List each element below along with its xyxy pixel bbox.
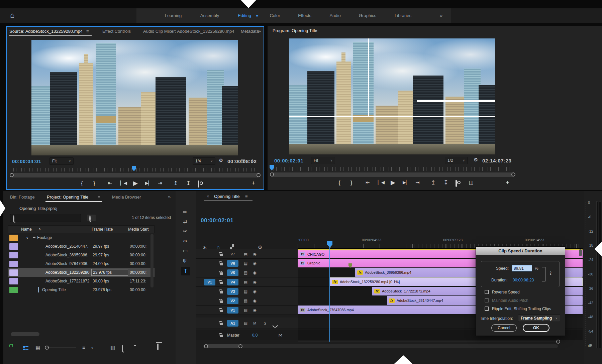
mark-out-icon[interactable]: } xyxy=(350,180,353,186)
project-panel-menu-icon[interactable]: ≡ xyxy=(98,195,100,200)
master-level-value[interactable]: 0.0 xyxy=(252,333,258,338)
hand-tool[interactable]: ψ xyxy=(183,258,187,263)
pan-icon[interactable]: ⋈ xyxy=(278,333,282,338)
insert-icon[interactable]: ↥ xyxy=(173,180,178,186)
zoom-slider-knob[interactable] xyxy=(45,346,49,350)
sort-caret-icon[interactable]: ∧ xyxy=(38,227,41,231)
track-output-icon[interactable]: ▤ xyxy=(244,280,247,284)
track-select-forward-tool[interactable]: ⇨ xyxy=(183,209,187,214)
ok-button[interactable]: OK xyxy=(523,324,549,332)
lock-icon[interactable] xyxy=(220,310,223,312)
source-resolution-select[interactable]: 1/4∨ xyxy=(193,157,215,165)
label-chip[interactable] xyxy=(9,243,18,250)
snap-magnet-icon[interactable]: ∩ xyxy=(216,245,220,250)
search-in-button[interactable] xyxy=(87,215,96,221)
source-zoom-select[interactable]: Fit∨ xyxy=(49,157,74,165)
lock-icon[interactable] xyxy=(220,300,223,303)
workspace-tab-learning[interactable]: Learning xyxy=(165,13,182,18)
track-output-icon[interactable]: ▤ xyxy=(244,298,247,303)
track-label-v1[interactable]: V1 xyxy=(227,307,238,314)
step-forward-icon[interactable]: ▶▏ xyxy=(145,181,152,185)
label-chip[interactable] xyxy=(9,252,18,258)
timeline-panel-menu-icon[interactable]: ≡ xyxy=(245,194,248,199)
automate-to-sequence-icon[interactable]: ▥ xyxy=(110,345,115,350)
mute-button[interactable]: M xyxy=(253,321,256,325)
track-label-v4[interactable]: V4 xyxy=(227,279,238,285)
tab-source-monitor[interactable]: Source: AdobeStock_132259280.mp4 xyxy=(9,29,83,34)
program-scrollbar-knob-left[interactable] xyxy=(270,172,274,176)
home-icon[interactable]: ⌂ xyxy=(10,11,14,20)
ripple-edit-tool[interactable]: ⇄ xyxy=(183,219,187,224)
button-editor-plus-icon[interactable]: + xyxy=(252,180,255,186)
program-resolution-select[interactable]: 1/2∨ xyxy=(445,157,468,164)
panel-arrow-top[interactable] xyxy=(241,0,256,8)
column-media-start[interactable]: Media Start xyxy=(128,227,148,232)
mark-out-icon[interactable]: } xyxy=(93,180,95,186)
search-input[interactable] xyxy=(10,214,81,222)
program-scrollbar-knob-right[interactable] xyxy=(511,172,515,176)
fx-badge[interactable]: fx xyxy=(332,280,338,284)
mark-in-icon[interactable]: { xyxy=(338,180,340,186)
item-frame-rate-editing[interactable]: 23.976 fps xyxy=(91,269,128,276)
find-icon[interactable] xyxy=(122,346,123,352)
comparison-view-icon[interactable]: ◫ xyxy=(469,180,474,185)
list-item[interactable]: AdobeStock_177221872 30.00 fps 17:11:23: xyxy=(8,277,155,285)
lift-icon[interactable]: ↥ xyxy=(431,180,435,186)
tab-metadata[interactable]: Metadata xyxy=(241,29,259,34)
workspace-tab-libraries[interactable]: Libraries xyxy=(395,13,411,18)
program-zoom-select[interactable]: Fit∨ xyxy=(311,157,335,164)
reverse-speed-checkbox[interactable] xyxy=(485,290,489,294)
track-label-v5[interactable]: V5 xyxy=(227,269,238,276)
cancel-button[interactable]: Cancel xyxy=(491,324,517,332)
fx-badge[interactable]: fx xyxy=(357,270,363,275)
source-panel-menu-icon[interactable]: ≡ xyxy=(86,29,89,34)
timeline-tab-close-icon[interactable]: × xyxy=(207,194,209,199)
source-scrollbar[interactable] xyxy=(10,173,260,177)
source-patch-v1[interactable]: V1 xyxy=(204,279,215,285)
export-frame-icon[interactable] xyxy=(198,181,199,187)
lock-icon[interactable] xyxy=(220,272,223,275)
speed-input[interactable]: 89.81 xyxy=(512,265,532,271)
zoom-slider[interactable] xyxy=(46,348,76,348)
step-back-icon[interactable]: ▏◀ xyxy=(120,181,127,185)
eye-icon[interactable]: ◉ xyxy=(253,280,256,284)
eye-icon[interactable]: ◉ xyxy=(253,308,256,313)
source-preview[interactable] xyxy=(31,40,238,155)
track-label-v2[interactable]: V2 xyxy=(227,297,238,304)
workspace-tab-assembly[interactable]: Assembly xyxy=(200,13,219,18)
fx-badge[interactable]: fx xyxy=(300,261,305,265)
lock-icon[interactable] xyxy=(220,263,223,265)
list-vertical-scrollbar[interactable] xyxy=(150,234,154,287)
tab-program-monitor[interactable]: Program: Opening Title xyxy=(273,28,317,33)
label-chip[interactable] xyxy=(9,287,18,293)
track-output-icon[interactable]: ▤ xyxy=(244,261,247,266)
slip-tool[interactable]: ⇹ xyxy=(183,238,187,243)
timeline-playhead-line[interactable] xyxy=(329,244,330,342)
icon-view-icon[interactable]: ▦ xyxy=(35,345,40,350)
link-icon[interactable]: ∾ xyxy=(548,271,554,275)
list-item[interactable]: ∨ Footage xyxy=(8,233,155,242)
program-settings-wrench-icon[interactable]: ⚙ xyxy=(474,157,478,162)
track-output-icon[interactable]: ▤ xyxy=(244,289,247,294)
timeline-settings-wrench-icon[interactable]: ⚙ xyxy=(258,245,262,250)
label-chip[interactable] xyxy=(9,235,18,241)
tab-sequence[interactable]: Opening Title xyxy=(214,194,240,199)
label-chip[interactable] xyxy=(9,278,18,284)
tab-project[interactable]: Project: Opening Title xyxy=(47,195,88,200)
linked-selection-icon[interactable]: ▞ xyxy=(230,245,234,250)
project-file-name[interactable]: Opening Title.prproj xyxy=(19,206,57,211)
go-to-out-icon[interactable]: ⇥ xyxy=(158,180,162,186)
extract-icon[interactable]: ↧ xyxy=(443,180,448,186)
sort-chevron-icon[interactable]: ∨ xyxy=(91,346,93,350)
source-scrollbar-knob-right[interactable] xyxy=(257,173,261,177)
column-name[interactable]: Name xyxy=(21,227,32,232)
zoom-line[interactable] xyxy=(298,342,557,342)
source-timecode[interactable]: 00:00:04:01 xyxy=(12,158,41,164)
workspace-editing-menu-icon[interactable]: ≡ xyxy=(256,13,259,18)
razor-tool[interactable]: ✂ xyxy=(183,229,187,234)
list-item[interactable]: AdobeStock_97647036. 24.00 fps 00:00:00: xyxy=(8,259,155,268)
zoom-line-knob[interactable] xyxy=(556,340,560,344)
list-horizontal-scrollbar[interactable] xyxy=(11,332,39,336)
time-interpolation-select[interactable]: Frame Sampling∨ xyxy=(518,315,560,322)
play-button[interactable]: ▶ xyxy=(391,179,395,186)
